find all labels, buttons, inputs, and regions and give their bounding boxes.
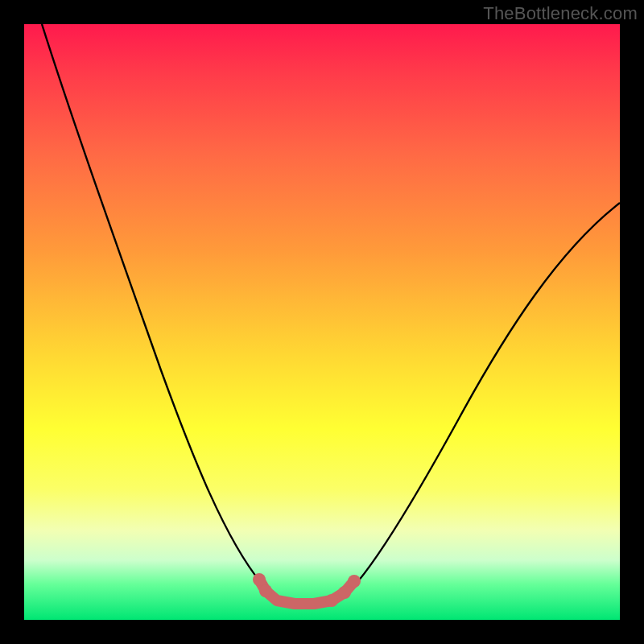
bottleneck-curve (42, 24, 620, 604)
highlight-dot (325, 594, 338, 607)
highlight-dot (348, 575, 361, 588)
watermark-text: TheBottleneck.com (483, 3, 638, 24)
curve-svg (24, 24, 620, 620)
highlight-dot (253, 573, 266, 586)
plot-area (24, 24, 620, 620)
highlight-dot (259, 584, 272, 597)
chart-frame: TheBottleneck.com (0, 0, 644, 644)
highlight-dot (338, 586, 351, 599)
